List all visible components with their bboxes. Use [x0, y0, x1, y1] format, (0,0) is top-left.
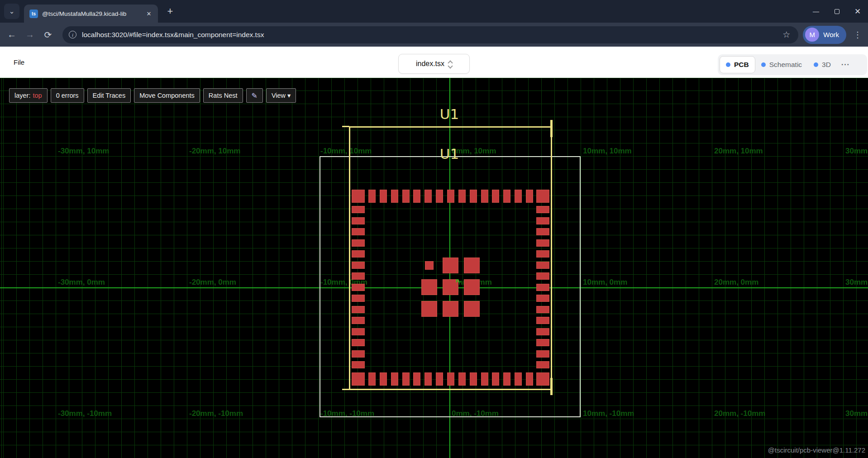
tab-schematic[interactable]: Schematic — [755, 56, 808, 73]
component-ref-label[interactable]: U1 — [440, 146, 459, 162]
smt-pad[interactable] — [536, 272, 549, 280]
smt-pad[interactable] — [352, 228, 365, 235]
back-button[interactable]: ← — [4, 27, 20, 43]
smt-pad[interactable] — [536, 217, 549, 224]
smt-pad[interactable] — [368, 372, 376, 386]
browser-tab[interactable]: ts @tsci/MustafaMulla29.kicad-lib ✕ — [24, 5, 158, 23]
smt-pad[interactable] — [352, 372, 365, 386]
forward-button[interactable]: → — [22, 27, 38, 43]
smt-pad[interactable] — [536, 339, 549, 346]
smt-pad[interactable] — [352, 284, 365, 291]
smt-pad[interactable] — [536, 317, 549, 324]
smt-pad[interactable] — [464, 258, 480, 273]
address-bar[interactable]: i localhost:3020/#file=index.tsx&main_co… — [62, 26, 798, 43]
smt-pad[interactable] — [413, 372, 420, 386]
smt-pad[interactable] — [526, 372, 533, 386]
smt-pad[interactable] — [380, 190, 387, 203]
smt-pad[interactable] — [492, 372, 499, 386]
smt-pad[interactable] — [352, 328, 365, 335]
smt-pad[interactable] — [536, 372, 549, 386]
smt-pad[interactable] — [352, 272, 365, 280]
smt-pad[interactable] — [464, 301, 480, 317]
rats-nest-button[interactable]: Rats Nest — [203, 88, 243, 103]
bookmark-star-icon[interactable]: ☆ — [782, 29, 790, 40]
smt-pad[interactable] — [536, 239, 549, 247]
smt-pad[interactable] — [536, 284, 549, 291]
move-components-button[interactable]: Move Components — [134, 88, 200, 103]
layer-button[interactable]: layer: top — [9, 88, 48, 103]
smt-pad[interactable] — [536, 350, 549, 358]
window-close-button[interactable]: ✕ — [847, 0, 868, 23]
smt-pad[interactable] — [447, 190, 454, 203]
browser-menu-icon[interactable]: ⋮ — [851, 30, 864, 40]
url-text[interactable]: localhost:3020/#file=index.tsx&main_comp… — [82, 31, 782, 39]
smt-pad[interactable] — [443, 301, 458, 317]
smt-pad[interactable] — [352, 217, 365, 224]
smt-pad[interactable] — [536, 262, 549, 269]
smt-pad[interactable] — [436, 190, 443, 203]
smt-pad[interactable] — [515, 190, 522, 203]
minimize-button[interactable]: — — [806, 0, 826, 23]
smt-pad[interactable] — [536, 361, 549, 368]
smt-pad[interactable] — [536, 295, 549, 302]
smt-pad[interactable] — [368, 190, 376, 203]
smt-pad[interactable] — [391, 372, 398, 386]
errors-button[interactable]: 0 errors — [51, 88, 84, 103]
smt-pad[interactable] — [352, 350, 365, 358]
smt-pad[interactable] — [492, 190, 499, 203]
pcb-canvas[interactable]: layer: top 0 errors Edit Traces Move Com… — [0, 78, 868, 458]
smt-pad[interactable] — [380, 372, 387, 386]
smt-pad[interactable] — [352, 190, 365, 203]
smt-pad[interactable] — [526, 190, 533, 203]
refresh-button[interactable]: ⟳ — [40, 27, 56, 43]
smt-pad[interactable] — [481, 190, 488, 203]
smt-pad[interactable] — [443, 258, 458, 273]
view-dropdown-button[interactable]: View ▾ — [266, 88, 296, 103]
smt-pad[interactable] — [436, 372, 443, 386]
smt-pad[interactable] — [421, 279, 437, 295]
smt-pad[interactable] — [352, 361, 365, 368]
tab-pcb[interactable]: PCB — [720, 56, 755, 73]
edit-pencil-button[interactable]: ✎ — [246, 88, 263, 103]
smt-pad[interactable] — [413, 190, 420, 203]
file-menu[interactable]: File — [14, 58, 24, 66]
smt-pad[interactable] — [424, 190, 432, 203]
smt-pad[interactable] — [352, 239, 365, 247]
smt-pad[interactable] — [352, 262, 365, 269]
edit-traces-button[interactable]: Edit Traces — [87, 88, 131, 103]
smt-pad[interactable] — [536, 206, 549, 213]
smt-pad[interactable] — [424, 372, 432, 386]
smt-pad[interactable] — [352, 295, 365, 302]
smt-pad[interactable] — [470, 190, 477, 203]
smt-pad[interactable] — [391, 190, 398, 203]
smt-pad[interactable] — [402, 190, 410, 203]
smt-pad[interactable] — [536, 190, 549, 203]
smt-pad[interactable] — [503, 372, 510, 386]
smt-pad[interactable] — [470, 372, 477, 386]
smt-pad[interactable] — [536, 228, 549, 235]
site-info-icon[interactable]: i — [69, 31, 76, 38]
component-ref-label[interactable]: U1 — [440, 106, 459, 122]
smt-pad[interactable] — [352, 339, 365, 346]
smt-pad[interactable] — [481, 372, 488, 386]
restore-button[interactable] — [826, 0, 847, 23]
tab-3d[interactable]: 3D — [808, 56, 837, 73]
smt-pad[interactable] — [352, 206, 365, 213]
smt-pad[interactable] — [402, 372, 410, 386]
new-tab-button[interactable]: + — [163, 5, 177, 18]
tab-search-button[interactable]: ⌄ — [4, 4, 19, 19]
smt-pad[interactable] — [447, 372, 454, 386]
smt-pad[interactable] — [421, 301, 437, 317]
smt-pad[interactable] — [515, 372, 522, 386]
smt-pad[interactable] — [458, 190, 466, 203]
smt-pad[interactable] — [352, 317, 365, 324]
smt-pad[interactable] — [536, 250, 549, 258]
smt-pad[interactable] — [352, 306, 365, 313]
smt-pad[interactable] — [458, 372, 466, 386]
file-select-dropdown[interactable]: index.tsx — [398, 54, 470, 74]
smt-pad[interactable] — [425, 261, 434, 270]
view-more-button[interactable]: ··· — [837, 61, 854, 69]
smt-pad[interactable] — [352, 250, 365, 258]
smt-pad[interactable] — [536, 328, 549, 335]
smt-pad[interactable] — [503, 190, 510, 203]
